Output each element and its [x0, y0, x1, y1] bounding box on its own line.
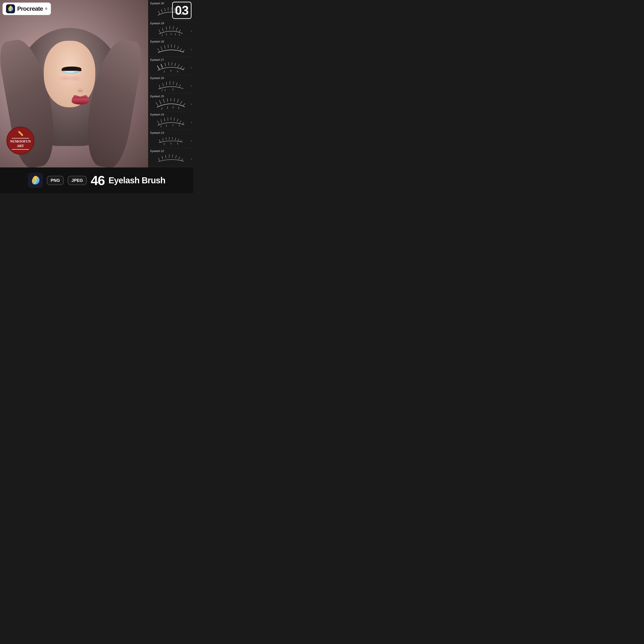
brush29-svg	[154, 25, 188, 37]
svg-line-27	[177, 46, 179, 49]
svg-line-1	[161, 9, 163, 13]
chevron29-icon: ›	[191, 29, 192, 33]
chevron27-icon: ›	[191, 66, 192, 70]
svg-line-73	[177, 119, 178, 122]
chevron26-icon: ›	[191, 84, 192, 88]
procreate-icon-svg	[7, 5, 14, 12]
svg-line-7	[179, 11, 181, 14]
svg-line-56	[163, 99, 164, 103]
svg-line-44	[159, 85, 160, 88]
procreate-logo: Procreate ®	[3, 3, 51, 15]
svg-line-83	[169, 137, 169, 140]
svg-line-21	[158, 48, 160, 52]
svg-line-54	[156, 102, 158, 106]
main-container: Procreate ® ✏️ NuMooFun Art Eyelash 30	[0, 0, 193, 193]
svg-line-75	[182, 122, 184, 125]
png-label: PNG	[51, 178, 60, 183]
watermark-brush-icon: ✏️	[18, 131, 23, 136]
svg-line-34	[165, 63, 166, 66]
svg-line-53	[162, 90, 162, 91]
svg-line-40	[182, 68, 185, 70]
svg-line-18	[171, 33, 171, 35]
svg-line-55	[159, 100, 161, 105]
brush25-svg	[154, 98, 188, 110]
brush-item-25[interactable]: Eyelash 25	[148, 93, 193, 112]
brush27-preview	[150, 61, 191, 74]
top-section: Procreate ® ✏️ NuMooFun Art Eyelash 30	[0, 0, 193, 167]
brush26-preview	[150, 79, 191, 92]
brush-item-28[interactable]: Eyelash 28	[148, 39, 193, 57]
count-text: 46	[91, 173, 105, 188]
svg-line-66	[178, 107, 179, 109]
svg-line-62	[183, 103, 185, 106]
svg-line-93	[166, 155, 166, 158]
brush22-preview	[150, 152, 191, 165]
product-name-text: Eyelash Brush	[108, 176, 165, 185]
brush-item-22[interactable]: Eyelash 22	[148, 148, 193, 166]
procreate-small-svg	[30, 175, 41, 186]
procreate-icon	[6, 4, 15, 13]
svg-line-5	[174, 8, 175, 11]
brush-item-27[interactable]: Eyelash 27	[148, 57, 193, 75]
svg-line-50	[179, 84, 181, 87]
chevron24-icon: ›	[191, 120, 192, 124]
brush-item-26[interactable]: Eyelash 26	[148, 75, 193, 93]
brush28-label: Eyelash 28	[150, 40, 164, 43]
artwork-area: Procreate ® ✏️ NuMooFun Art	[0, 0, 148, 167]
svg-line-91	[158, 158, 160, 161]
jpeg-label: JPEG	[71, 178, 83, 183]
eyelash30-label-top: Eyelash 30	[150, 2, 164, 5]
svg-line-86	[178, 139, 179, 141]
svg-line-63	[161, 108, 162, 110]
svg-line-26	[174, 45, 175, 48]
brush30-preview	[153, 7, 188, 19]
chevron25-icon: ›	[191, 102, 192, 106]
svg-line-85	[175, 138, 176, 140]
svg-line-43	[177, 70, 178, 72]
svg-line-95	[172, 154, 173, 158]
svg-line-11	[166, 27, 167, 30]
brush-item-29[interactable]: Eyelash 29	[148, 20, 193, 39]
svg-line-57	[167, 98, 168, 102]
svg-line-24	[168, 44, 168, 48]
brush26-label: Eyelash 26	[150, 76, 164, 80]
brush28-svg	[154, 44, 188, 55]
brush22-label: Eyelash 22	[150, 149, 164, 153]
svg-line-84	[172, 137, 173, 140]
svg-line-23	[164, 45, 165, 49]
svg-line-74	[179, 121, 181, 123]
svg-line-76	[161, 126, 161, 127]
chevron28-icon: ›	[191, 47, 192, 51]
svg-line-19	[175, 33, 176, 35]
brush29-label: Eyelash 29	[150, 22, 164, 25]
svg-line-31	[157, 65, 160, 69]
face-container	[33, 34, 106, 133]
svg-line-45	[163, 83, 163, 87]
svg-line-39	[180, 66, 182, 69]
svg-line-61	[180, 101, 182, 104]
svg-line-90	[177, 143, 178, 145]
brush23-label: Eyelash 23	[150, 131, 164, 134]
eye-right	[62, 68, 78, 74]
svg-line-69	[164, 118, 165, 122]
brush26-svg	[154, 80, 188, 92]
procreate-registered: ®	[45, 7, 47, 11]
brush-panel: Eyelash 30 03	[148, 0, 193, 167]
brush-item-23[interactable]: Eyelash 23	[148, 130, 193, 148]
panel-top: Eyelash 30 03	[148, 0, 193, 20]
svg-line-2	[165, 8, 165, 11]
svg-line-10	[162, 28, 163, 31]
svg-line-4	[171, 7, 172, 10]
svg-line-47	[170, 81, 170, 85]
brush23-preview	[150, 134, 191, 147]
brush22-svg	[154, 153, 188, 165]
brush29-preview	[150, 25, 191, 38]
watermark-text: NuMooFun Art	[10, 139, 31, 148]
brush24-label: Eyelash 24	[150, 113, 164, 116]
svg-line-96	[176, 155, 176, 158]
brush-item-24[interactable]: Eyelash 24	[148, 112, 193, 130]
nose	[76, 82, 85, 92]
svg-line-36	[172, 62, 172, 65]
brush27-label: Eyelash 27	[150, 58, 164, 61]
svg-line-79	[179, 125, 179, 127]
